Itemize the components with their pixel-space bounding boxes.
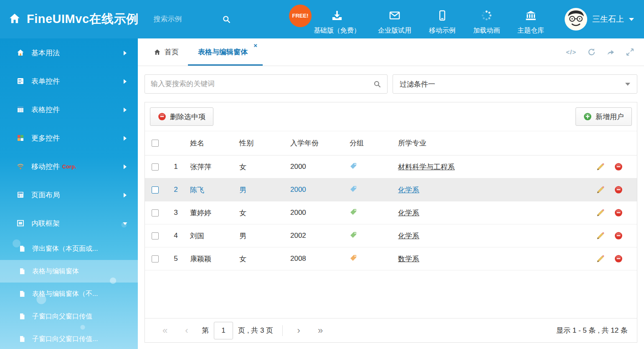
sidebar-item-page-layout[interactable]: 页面布局 — [0, 181, 138, 209]
download-icon — [331, 10, 343, 23]
caret-down-icon — [625, 83, 630, 86]
column-header-name[interactable]: 姓名 — [185, 138, 234, 148]
grid-panel: 删除选中项 新增用户 姓名 性别 入学年份 分组 所学专业 1 — [145, 102, 637, 343]
keyword-search-input[interactable] — [151, 80, 373, 88]
major-link[interactable]: 材料科学与工程系 — [398, 163, 455, 171]
delete-row-icon[interactable] — [614, 209, 623, 217]
major-link[interactable]: 化学系 — [398, 186, 419, 194]
brand[interactable]: FineUIMvc在线示例 — [8, 11, 139, 28]
filter-dropdown[interactable]: 过滤条件一 — [393, 74, 637, 94]
edit-icon[interactable] — [596, 186, 605, 194]
file-icon — [19, 336, 25, 342]
tag-icon[interactable] — [350, 185, 357, 193]
cell-name: 刘国 — [185, 231, 234, 241]
select-all-checkbox[interactable] — [152, 140, 159, 147]
last-page-button[interactable]: » — [309, 325, 331, 336]
header-search-input[interactable] — [154, 15, 216, 23]
table-row: 2 陈飞 男 2000 化学系 — [145, 178, 637, 201]
sidebar-subitem-grid-edit-window-2[interactable]: 表格与编辑窗体（不... — [0, 283, 138, 305]
spinner-icon — [481, 10, 492, 23]
sidebar-item-iframe[interactable]: 内联框架 — [0, 209, 138, 237]
row-checkbox[interactable] — [152, 186, 159, 194]
search-icon[interactable] — [373, 80, 381, 88]
nav-item-enterprise-trial[interactable]: 企业版试用 — [369, 4, 420, 35]
delete-row-icon[interactable] — [614, 232, 623, 240]
page-number-input[interactable] — [214, 322, 233, 339]
tag-icon[interactable] — [350, 254, 357, 262]
row-checkbox[interactable] — [152, 209, 159, 217]
sidebar-subitem-child-to-parent-2[interactable]: 子窗口向父窗口传值... — [0, 328, 138, 349]
prev-page-button[interactable]: ‹ — [176, 325, 198, 336]
tab-grid-edit-window[interactable]: 表格与编辑窗体 × — [188, 38, 263, 66]
row-checkbox[interactable] — [152, 255, 159, 262]
cell-actions — [588, 255, 637, 263]
cell-actions — [588, 163, 637, 171]
tag-icon[interactable] — [350, 231, 357, 239]
table-header: 姓名 性别 入学年份 分组 所学专业 — [145, 131, 637, 155]
wireless-icon — [17, 163, 24, 170]
cell-year: 2000 — [285, 209, 345, 217]
close-icon[interactable]: × — [254, 42, 257, 48]
delete-row-icon[interactable] — [614, 186, 623, 194]
delete-row-icon[interactable] — [614, 255, 623, 263]
open-new-window-icon[interactable] — [607, 48, 615, 56]
tag-icon[interactable] — [350, 162, 357, 170]
column-header-gender[interactable]: 性别 — [234, 138, 285, 148]
user-menu[interactable]: 三生石上 — [565, 8, 634, 31]
sidebar-item-table-controls[interactable]: 表格控件 — [0, 95, 138, 124]
sidebar-subitem-popup-window[interactable]: 弹出窗体（本页面或... — [0, 237, 138, 260]
tag-icon[interactable] — [350, 208, 357, 216]
sidebar-item-label: 表单控件 — [31, 76, 60, 86]
pagination-bar: « ‹ 第 页 , 共 3 页 › » 显示 1 - 5 条 , 共 12 条 — [145, 318, 637, 342]
envelope-icon — [389, 10, 401, 23]
major-link[interactable]: 化学系 — [398, 232, 419, 240]
edit-icon[interactable] — [596, 232, 605, 240]
table-row: 4 刘国 男 2002 化学系 — [145, 224, 637, 247]
major-link[interactable]: 数学系 — [398, 255, 419, 263]
edit-icon[interactable] — [596, 209, 605, 217]
file-icon — [19, 313, 25, 320]
pager-divider — [282, 325, 283, 336]
row-checkbox[interactable] — [152, 163, 159, 171]
source-code-icon[interactable]: </> — [566, 48, 576, 56]
fullscreen-icon[interactable] — [626, 48, 634, 56]
add-user-button[interactable]: 新增用户 — [576, 107, 632, 126]
tab-label: 表格与编辑窗体 — [198, 47, 248, 57]
sidebar-item-more-controls[interactable]: 更多控件 — [0, 124, 138, 152]
sidebar-subitem-label: 表格与编辑窗体（不... — [32, 290, 98, 298]
column-header-major[interactable]: 所学专业 — [393, 138, 588, 148]
first-page-button[interactable]: « — [154, 325, 176, 336]
edit-icon[interactable] — [596, 163, 605, 171]
sidebar-item-label: 更多控件 — [31, 133, 60, 143]
sidebar-subitem-grid-edit-window[interactable]: 表格与编辑窗体 — [0, 260, 138, 283]
chevron-right-icon — [122, 50, 128, 56]
nav-item-theme-repo[interactable]: 主题仓库 — [509, 4, 553, 35]
filter-dropdown-value: 过滤条件一 — [400, 79, 435, 89]
delete-selected-label: 删除选中项 — [170, 112, 205, 122]
app-header: FineUIMvc在线示例 FREE! 基础版（免费） 企业版试用 移动示例 — [0, 0, 644, 38]
layout-icon — [17, 191, 24, 199]
sidebar-item-basic-usage[interactable]: 基本用法 — [0, 38, 138, 67]
cell-name: 董婷婷 — [185, 208, 234, 218]
next-page-button[interactable]: › — [288, 325, 309, 336]
nav-item-mobile-demo[interactable]: 移动示例 — [420, 4, 464, 35]
row-checkbox[interactable] — [152, 232, 159, 239]
tab-home[interactable]: 首页 — [145, 38, 188, 66]
column-header-year[interactable]: 入学年份 — [285, 138, 345, 148]
refresh-icon[interactable] — [588, 48, 596, 56]
delete-selected-button[interactable]: 删除选中项 — [150, 107, 213, 126]
nav-item-basic-free[interactable]: 基础版（免费） — [305, 4, 369, 35]
delete-row-icon[interactable] — [614, 163, 623, 171]
blocks-icon — [17, 134, 24, 142]
search-icon[interactable] — [222, 15, 231, 24]
sidebar-item-form-controls[interactable]: 表单控件 — [0, 67, 138, 95]
sidebar-subitem-child-to-parent[interactable]: 子窗口向父窗口传值 — [0, 305, 138, 328]
app-title: FineUIMvc在线示例 — [27, 11, 139, 28]
nav-item-loading-animation[interactable]: 加载动画 — [464, 4, 509, 35]
major-link[interactable]: 化学系 — [398, 209, 419, 217]
sidebar-item-mobile-controls[interactable]: 移动控件 Corp. — [0, 152, 138, 181]
column-header-group[interactable]: 分组 — [345, 138, 393, 148]
edit-icon[interactable] — [596, 255, 605, 263]
file-icon — [19, 268, 25, 275]
nav-label: 移动示例 — [429, 26, 456, 35]
